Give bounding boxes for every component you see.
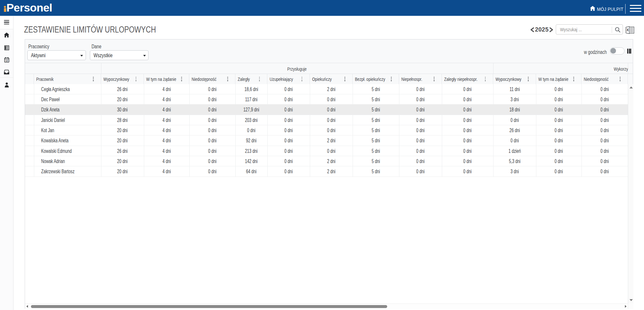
svg-text:12: 12 bbox=[5, 60, 8, 62]
svg-text:X: X bbox=[627, 28, 629, 32]
